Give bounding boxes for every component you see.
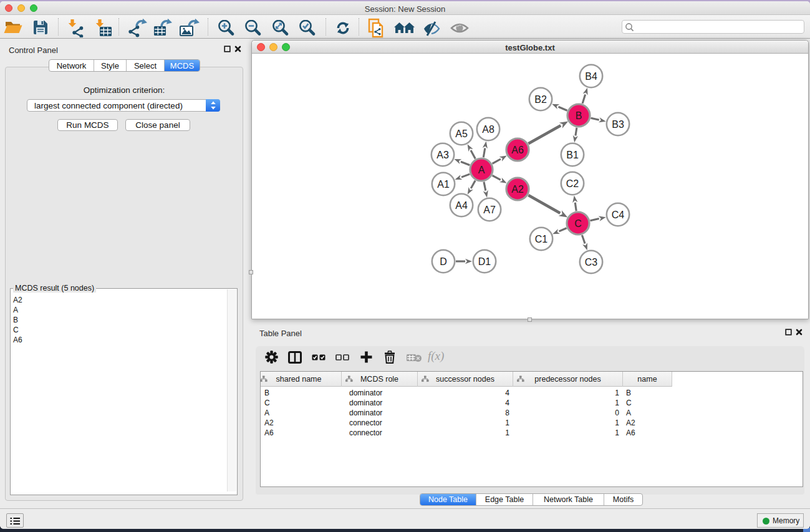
svg-text:B4: B4: [585, 71, 597, 82]
svg-text:A5: A5: [455, 128, 468, 139]
svg-text:B3: B3: [612, 119, 624, 130]
svg-text:A: A: [478, 165, 485, 175]
svg-text:D1: D1: [478, 256, 491, 267]
svg-text:A7: A7: [483, 205, 496, 215]
svg-text:C1: C1: [535, 234, 548, 244]
svg-text:A1: A1: [437, 179, 450, 190]
svg-text:C4: C4: [612, 210, 625, 220]
svg-text:A2: A2: [511, 184, 524, 195]
svg-text:A4: A4: [455, 200, 468, 211]
svg-text:D: D: [440, 256, 447, 267]
svg-text:A8: A8: [482, 124, 494, 135]
svg-text:A6: A6: [511, 145, 524, 155]
svg-text:B1: B1: [566, 150, 579, 160]
svg-text:B2: B2: [534, 94, 547, 105]
svg-text:C3: C3: [585, 257, 598, 268]
svg-text:C2: C2: [566, 178, 579, 189]
svg-text:B: B: [576, 110, 582, 121]
svg-text:C: C: [574, 218, 582, 229]
svg-text:A3: A3: [436, 150, 449, 160]
